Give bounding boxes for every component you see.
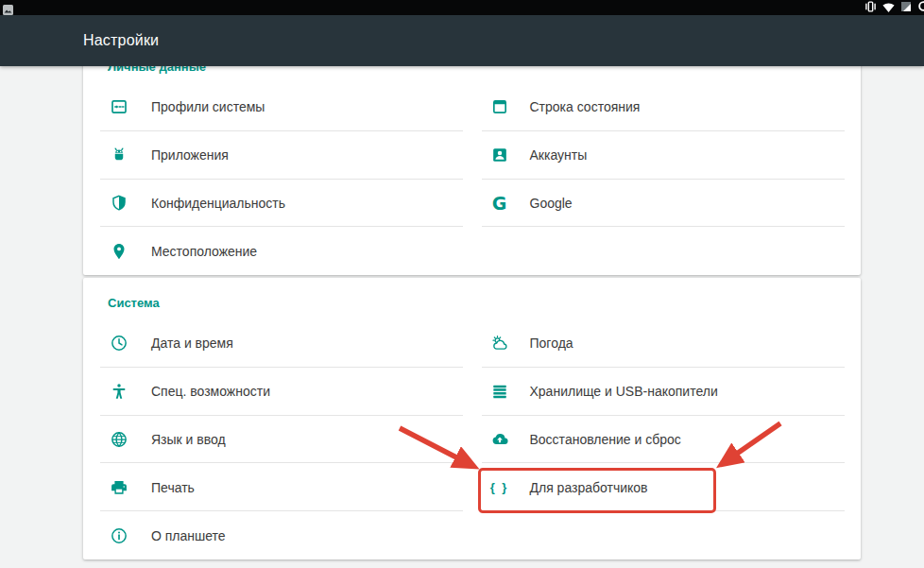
settings-item-label: Местоположение xyxy=(151,244,257,259)
android-settings-screen: { "colors": { "accent_teal": "#009688", … xyxy=(0,0,924,568)
google-g-icon: G xyxy=(490,194,509,213)
settings-item-label: Спец. возможности xyxy=(151,384,270,399)
settings-item-backup-reset[interactable]: Восстановление и сброс xyxy=(472,416,862,464)
settings-item-system-profiles[interactable]: Профили системы xyxy=(83,83,472,131)
backup-reset-icon xyxy=(490,430,509,449)
vibrate-icon xyxy=(864,0,877,15)
settings-item-print[interactable]: Печать xyxy=(83,463,472,511)
status-bar-window-icon xyxy=(490,97,509,116)
settings-item-label: Google xyxy=(530,196,573,211)
notification-thumbnail-icon xyxy=(3,2,13,15)
cellular-signal-icon xyxy=(900,0,912,15)
apps-android-icon xyxy=(110,146,128,164)
settings-item-label: Хранилище и USB-накопители xyxy=(530,384,718,399)
system-profiles-icon xyxy=(110,97,128,116)
weather-icon xyxy=(490,334,509,353)
page-title: Настройки xyxy=(83,32,159,49)
clock-icon xyxy=(110,334,128,353)
settings-item-label: Строка состояния xyxy=(530,99,641,114)
settings-item-privacy[interactable]: Конфиденциальность xyxy=(83,180,472,228)
settings-item-label: Приложения xyxy=(151,147,229,163)
column-right: Погода Хранилище и USB-накопители Восста… xyxy=(472,319,862,559)
settings-item-date-time[interactable]: Дата и время xyxy=(83,319,472,368)
section-label-system: Система xyxy=(83,278,861,319)
settings-item-label: Язык и ввод xyxy=(151,432,226,447)
settings-item-applications[interactable]: Приложения xyxy=(83,131,472,180)
wifi-icon xyxy=(882,0,895,15)
storage-icon xyxy=(490,382,509,401)
settings-item-weather[interactable]: Погода xyxy=(472,319,862,368)
settings-item-developer-options[interactable]: { } Для разработчиков xyxy=(472,463,862,511)
section-card-personal-data: Личные данные Профили системы Приложения… xyxy=(83,55,861,275)
settings-item-accounts[interactable]: Аккаунты xyxy=(472,131,862,180)
settings-item-label: Конфиденциальность xyxy=(151,196,285,211)
column-left: Дата и время Спец. возможности Язык и вв… xyxy=(83,319,472,559)
settings-item-about-tablet[interactable]: О планшете xyxy=(83,511,472,559)
settings-item-google[interactable]: G Google xyxy=(472,180,862,228)
accessibility-icon xyxy=(110,382,128,401)
status-bar-right xyxy=(864,0,924,15)
settings-item-storage-usb[interactable]: Хранилище и USB-накопители xyxy=(472,368,862,416)
settings-item-location[interactable]: Местоположение xyxy=(83,227,472,275)
accounts-person-icon xyxy=(490,146,509,164)
settings-item-accessibility[interactable]: Спец. возможности xyxy=(83,368,472,416)
status-bar-left xyxy=(3,2,13,15)
developer-options-icon: { } xyxy=(490,478,509,497)
settings-item-label: Профили системы xyxy=(151,99,265,114)
battery-icon xyxy=(917,0,924,15)
privacy-shield-icon xyxy=(110,194,128,213)
app-bar: Настройки xyxy=(0,15,924,66)
printer-icon xyxy=(110,478,128,497)
settings-item-label: Восстановление и сброс xyxy=(530,432,681,447)
section-card-system: Система Дата и время Спец. возможности Я… xyxy=(83,278,861,559)
settings-item-label: Погода xyxy=(530,336,573,351)
language-globe-icon xyxy=(110,430,128,449)
settings-item-label: Дата и время xyxy=(151,336,233,351)
status-bar xyxy=(0,0,924,15)
column-right: Строка состояния Аккаунты G Google xyxy=(472,83,862,275)
settings-item-label: Аккаунты xyxy=(530,147,588,163)
settings-item-label: Печать xyxy=(151,480,195,495)
settings-item-label: О планшете xyxy=(151,528,226,543)
column-left: Профили системы Приложения Конфиденциаль… xyxy=(83,83,472,275)
location-pin-icon xyxy=(110,242,128,261)
settings-item-status-bar[interactable]: Строка состояния xyxy=(472,83,862,131)
settings-item-language-input[interactable]: Язык и ввод xyxy=(83,416,472,464)
info-icon xyxy=(110,526,128,545)
settings-item-label: Для разработчиков xyxy=(530,480,648,495)
